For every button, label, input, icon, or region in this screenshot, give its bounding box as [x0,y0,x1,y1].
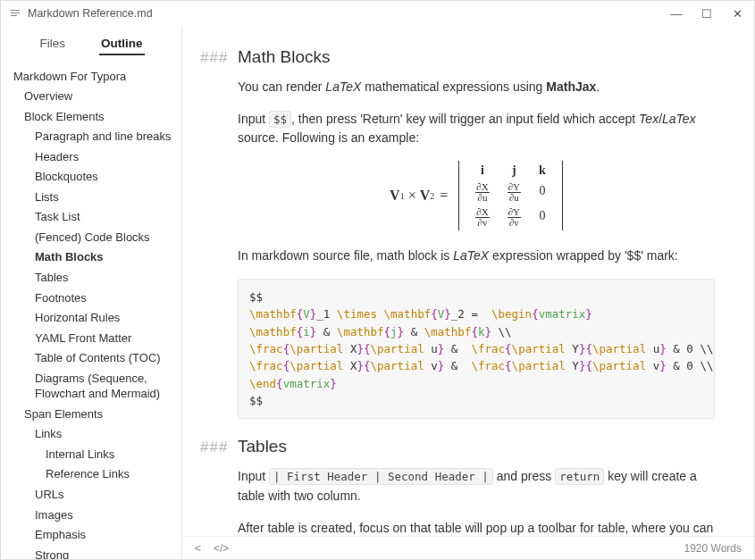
math-sub: 2 [430,191,434,201]
outline-item[interactable]: Reference Links [10,464,178,485]
window-close-button[interactable]: ✕ [731,7,743,21]
inline-code: $$ [269,111,291,128]
heading-text: Math Blocks [238,47,330,67]
outline-tree[interactable]: Markdown For TyporaOverviewBlock Element… [1,61,181,559]
outline-item[interactable]: Blockquotes [10,167,178,188]
titlebar: Markdown Reference.md — ☐ ✕ [1,1,754,26]
text-mathjax: MathJax [546,79,596,94]
math-i: i [466,163,498,179]
math-j: j [499,163,530,179]
h3-marker: ### [200,439,238,456]
outline-item[interactable]: Horizontal Rules [10,308,178,329]
text-latex: LaTeX [325,79,361,94]
window-minimize-button[interactable]: — [670,7,683,21]
svg-rect-0 [11,10,20,11]
outline-item[interactable]: Span Elements [10,404,178,424]
text-latex: LaTex [662,112,696,126]
math-zero: 0 [530,179,555,204]
paragraph: Input $$, then press 'Return' key will t… [238,110,715,148]
tab-files[interactable]: Files [38,33,67,55]
sidebar: Files Outline Markdown For TyporaOvervie… [1,26,182,559]
math-den: ∂v [477,218,489,228]
inline-code: | First Header | Second Header | [269,468,493,485]
outline-item[interactable]: Internal Links [10,444,178,464]
svg-rect-1 [11,13,20,13]
outline-item[interactable]: Paragraph and line breaks [10,127,178,147]
heading-math-blocks: ### Math Blocks [200,47,715,67]
tab-outline[interactable]: Outline [99,33,145,55]
math-eq: = [440,188,448,204]
math-v: V [390,188,400,204]
tab-title: Markdown Reference.md [28,7,153,20]
outline-item[interactable]: Table of Contents (TOC) [10,348,178,369]
paragraph: In markdown source file, math block is L… [238,247,715,266]
math-sub: 1 [400,191,405,201]
window-maximize-button[interactable]: ☐ [700,7,713,21]
word-count: 1920 Words [684,542,742,555]
outline-item[interactable]: Images [10,505,178,525]
outline-item[interactable]: YAML Front Matter [10,328,178,348]
math-zero: 0 [530,204,555,229]
outline-item[interactable]: Math Blocks [10,247,178,268]
paragraph: After table is created, focus on that ta… [238,519,715,536]
outline-item[interactable]: (Fenced) Code Blocks [10,227,178,247]
text: Input [238,112,269,126]
math-k: k [530,163,555,179]
outline-item[interactable]: Diagrams (Sequence, Flowchart and Mermai… [10,368,178,404]
back-button[interactable]: < [195,542,201,555]
sidebar-tabs: Files Outline [1,26,181,61]
text-tex: Tex [639,112,659,126]
statusbar: < </> 1920 Words [182,536,754,559]
text: In markdown source file, math block is [238,248,453,263]
text: source. Following is an example: [238,130,419,145]
text: expression wrapped by '$$' mark: [489,248,678,263]
source-mode-button[interactable]: </> [214,542,229,555]
text: mathematical expressions using [361,79,546,94]
text: . [596,79,600,94]
math-den: ∂u [508,193,520,203]
outline-item[interactable]: Task List [10,207,178,228]
math-den: ∂u [477,193,489,203]
inline-code: return [555,468,604,485]
outline-item[interactable]: Links [10,424,178,445]
outline-item[interactable]: Markdown For Typora [10,66,178,87]
outline-item[interactable]: Block Elements [10,106,178,127]
heading-text: Tables [238,437,287,456]
editor[interactable]: ### Math Blocks You can render LaTeX mat… [182,26,754,536]
outline-item[interactable]: Overview [10,87,178,107]
text-latex: LaTeX [453,248,489,263]
math-den: ∂v [508,218,520,228]
outline-item[interactable]: Footnotes [10,288,178,308]
math-times: × [408,188,416,204]
paragraph: Input | First Header | Second Header | a… [238,467,715,506]
paragraph: You can render LaTeX mathematical expres… [238,78,715,97]
text: and press [493,469,555,483]
math-display: V1 × V2 = ijk ∂X∂u ∂Y∂u 0 [238,161,715,230]
math-v: V [420,188,431,204]
heading-tables: ### Tables [200,437,715,456]
file-icon [10,8,22,19]
outline-item[interactable]: Lists [10,187,178,207]
code-block[interactable]: $$ \mathbf{V}_1 \times \mathbf{V}_2 = \b… [238,279,715,420]
outline-item[interactable]: Headers [10,146,178,167]
svg-rect-2 [11,15,17,16]
text: You can render [238,79,325,94]
h3-marker: ### [200,49,238,67]
outline-item[interactable]: Strong [10,545,178,559]
outline-item[interactable]: Tables [10,267,178,288]
outline-item[interactable]: Emphasis [10,525,178,546]
math-determinant: ijk ∂X∂u ∂Y∂u 0 ∂X∂v ∂Y∂v 0 [458,161,563,230]
text: Input [238,469,269,483]
text: , then press 'Return' key will trigger a… [291,112,639,126]
outline-item[interactable]: URLs [10,484,178,505]
